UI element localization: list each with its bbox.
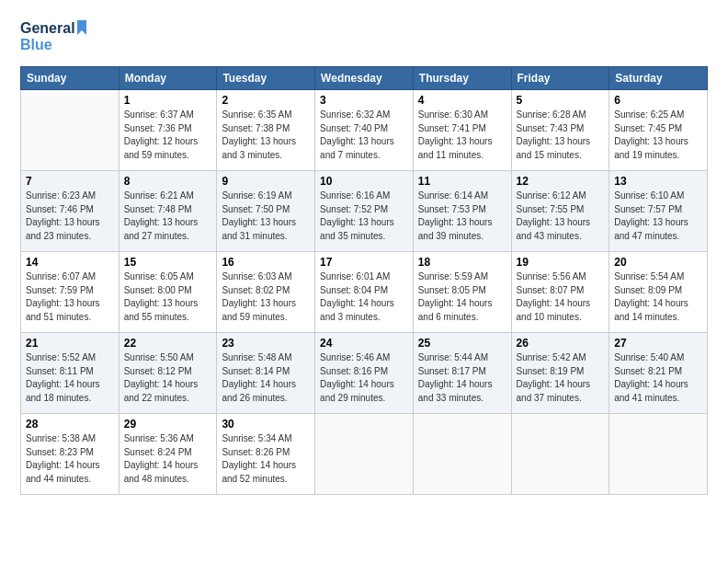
calendar-cell: 1Sunrise: 6:37 AMSunset: 7:36 PMDaylight… [119, 90, 217, 171]
day-info: Sunrise: 6:16 AMSunset: 7:52 PMDaylight:… [320, 190, 408, 243]
day-info: Sunrise: 6:30 AMSunset: 7:41 PMDaylight:… [418, 109, 506, 162]
day-number: 12 [517, 175, 605, 188]
logo-text: General Blue [20, 17, 94, 61]
day-info: Sunrise: 6:37 AMSunset: 7:36 PMDaylight:… [124, 109, 212, 162]
day-number: 25 [418, 337, 506, 350]
day-number: 22 [124, 337, 212, 350]
day-info: Sunrise: 5:54 AMSunset: 8:09 PMDaylight:… [614, 270, 702, 324]
day-info: Sunrise: 5:46 AMSunset: 8:16 PMDaylight:… [320, 351, 408, 405]
day-number: 29 [124, 418, 212, 431]
day-info: Sunrise: 6:14 AMSunset: 7:53 PMDaylight:… [418, 190, 506, 243]
day-number: 9 [222, 175, 310, 188]
day-info: Sunrise: 6:05 AMSunset: 8:00 PMDaylight:… [124, 270, 212, 324]
day-info: Sunrise: 6:28 AMSunset: 7:43 PMDaylight:… [517, 109, 605, 162]
day-info: Sunrise: 5:52 AMSunset: 8:11 PMDaylight:… [26, 351, 114, 405]
calendar-cell: 8Sunrise: 6:21 AMSunset: 7:48 PMDaylight… [119, 171, 217, 252]
day-number: 13 [614, 175, 702, 188]
day-info: Sunrise: 6:03 AMSunset: 8:02 PMDaylight:… [222, 270, 310, 324]
day-info: Sunrise: 5:56 AMSunset: 8:07 PMDaylight:… [517, 270, 605, 324]
weekday-header: SundayMondayTuesdayWednesdayThursdayFrid… [21, 67, 708, 90]
day-number: 24 [320, 337, 408, 350]
calendar-cell: 14Sunrise: 6:07 AMSunset: 7:59 PMDayligh… [21, 252, 119, 333]
day-number: 5 [517, 94, 605, 107]
calendar-cell [21, 90, 119, 171]
day-info: Sunrise: 5:44 AMSunset: 8:17 PMDaylight:… [418, 351, 506, 405]
calendar-cell [413, 414, 511, 495]
day-number: 15 [124, 256, 212, 269]
day-info: Sunrise: 6:01 AMSunset: 8:04 PMDaylight:… [320, 270, 408, 324]
svg-text:General: General [20, 20, 75, 36]
calendar-cell: 23Sunrise: 5:48 AMSunset: 8:14 PMDayligh… [217, 333, 315, 414]
calendar-cell: 25Sunrise: 5:44 AMSunset: 8:17 PMDayligh… [413, 333, 511, 414]
day-info: Sunrise: 6:07 AMSunset: 7:59 PMDaylight:… [26, 270, 114, 324]
header: General Blue [20, 17, 708, 61]
day-number: 1 [124, 94, 212, 107]
calendar-cell: 17Sunrise: 6:01 AMSunset: 8:04 PMDayligh… [315, 252, 414, 333]
calendar-page: General Blue SundayMondayTuesdayWednesda… [0, 0, 728, 563]
day-info: Sunrise: 5:42 AMSunset: 8:19 PMDaylight:… [517, 351, 605, 405]
day-info: Sunrise: 5:38 AMSunset: 8:23 PMDaylight:… [26, 432, 114, 486]
day-number: 17 [320, 256, 408, 269]
calendar-cell: 13Sunrise: 6:10 AMSunset: 7:57 PMDayligh… [609, 171, 708, 252]
day-number: 4 [418, 94, 506, 107]
calendar-cell: 22Sunrise: 5:50 AMSunset: 8:12 PMDayligh… [119, 333, 217, 414]
day-info: Sunrise: 5:59 AMSunset: 8:05 PMDaylight:… [418, 270, 506, 324]
calendar-cell: 11Sunrise: 6:14 AMSunset: 7:53 PMDayligh… [413, 171, 511, 252]
day-info: Sunrise: 6:25 AMSunset: 7:45 PMDaylight:… [614, 109, 702, 162]
calendar-body: 1Sunrise: 6:37 AMSunset: 7:36 PMDaylight… [21, 90, 708, 495]
calendar-cell [609, 414, 708, 495]
day-info: Sunrise: 5:36 AMSunset: 8:24 PMDaylight:… [124, 432, 212, 486]
calendar-cell: 5Sunrise: 6:28 AMSunset: 7:43 PMDaylight… [511, 90, 609, 171]
day-info: Sunrise: 6:12 AMSunset: 7:55 PMDaylight:… [517, 190, 605, 243]
day-number: 2 [222, 94, 310, 107]
day-info: Sunrise: 6:19 AMSunset: 7:50 PMDaylight:… [222, 190, 310, 243]
calendar-cell: 19Sunrise: 5:56 AMSunset: 8:07 PMDayligh… [511, 252, 609, 333]
day-number: 18 [418, 256, 506, 269]
calendar-cell: 9Sunrise: 6:19 AMSunset: 7:50 PMDaylight… [217, 171, 315, 252]
day-number: 21 [26, 337, 114, 350]
day-number: 7 [26, 175, 114, 188]
calendar-cell: 24Sunrise: 5:46 AMSunset: 8:16 PMDayligh… [315, 333, 414, 414]
calendar-cell: 15Sunrise: 6:05 AMSunset: 8:00 PMDayligh… [119, 252, 217, 333]
day-info: Sunrise: 6:35 AMSunset: 7:38 PMDaylight:… [222, 109, 310, 162]
calendar-week-row: 1Sunrise: 6:37 AMSunset: 7:36 PMDaylight… [21, 90, 708, 171]
calendar-cell: 4Sunrise: 6:30 AMSunset: 7:41 PMDaylight… [413, 90, 511, 171]
weekday-header-cell: Sunday [21, 67, 119, 90]
calendar-week-row: 7Sunrise: 6:23 AMSunset: 7:46 PMDaylight… [21, 171, 708, 252]
calendar-cell [315, 414, 414, 495]
day-info: Sunrise: 5:48 AMSunset: 8:14 PMDaylight:… [222, 351, 310, 405]
day-info: Sunrise: 6:10 AMSunset: 7:57 PMDaylight:… [614, 190, 702, 243]
day-number: 30 [222, 418, 310, 431]
weekday-header-cell: Friday [511, 67, 609, 90]
day-number: 23 [222, 337, 310, 350]
calendar-table: SundayMondayTuesdayWednesdayThursdayFrid… [20, 66, 708, 495]
calendar-cell: 12Sunrise: 6:12 AMSunset: 7:55 PMDayligh… [511, 171, 609, 252]
weekday-header-cell: Thursday [413, 67, 511, 90]
weekday-header-cell: Tuesday [217, 67, 315, 90]
day-number: 19 [517, 256, 605, 269]
calendar-cell: 10Sunrise: 6:16 AMSunset: 7:52 PMDayligh… [315, 171, 414, 252]
day-info: Sunrise: 5:34 AMSunset: 8:26 PMDaylight:… [222, 432, 310, 486]
calendar-cell: 16Sunrise: 6:03 AMSunset: 8:02 PMDayligh… [217, 252, 315, 333]
day-info: Sunrise: 6:21 AMSunset: 7:48 PMDaylight:… [124, 190, 212, 243]
day-info: Sunrise: 6:23 AMSunset: 7:46 PMDaylight:… [26, 190, 114, 243]
day-number: 28 [26, 418, 114, 431]
weekday-header-cell: Wednesday [315, 67, 414, 90]
calendar-week-row: 21Sunrise: 5:52 AMSunset: 8:11 PMDayligh… [21, 333, 708, 414]
calendar-week-row: 28Sunrise: 5:38 AMSunset: 8:23 PMDayligh… [21, 414, 708, 495]
svg-marker-2 [77, 20, 86, 35]
logo: General Blue [20, 17, 94, 61]
day-number: 27 [614, 337, 702, 350]
calendar-cell: 6Sunrise: 6:25 AMSunset: 7:45 PMDaylight… [609, 90, 708, 171]
day-number: 14 [26, 256, 114, 269]
day-info: Sunrise: 5:40 AMSunset: 8:21 PMDaylight:… [614, 351, 702, 405]
day-info: Sunrise: 6:32 AMSunset: 7:40 PMDaylight:… [320, 109, 408, 162]
calendar-cell: 29Sunrise: 5:36 AMSunset: 8:24 PMDayligh… [119, 414, 217, 495]
calendar-cell: 30Sunrise: 5:34 AMSunset: 8:26 PMDayligh… [217, 414, 315, 495]
weekday-header-cell: Saturday [609, 67, 708, 90]
calendar-cell: 3Sunrise: 6:32 AMSunset: 7:40 PMDaylight… [315, 90, 414, 171]
calendar-cell: 20Sunrise: 5:54 AMSunset: 8:09 PMDayligh… [609, 252, 708, 333]
day-number: 20 [614, 256, 702, 269]
calendar-cell: 2Sunrise: 6:35 AMSunset: 7:38 PMDaylight… [217, 90, 315, 171]
day-number: 8 [124, 175, 212, 188]
